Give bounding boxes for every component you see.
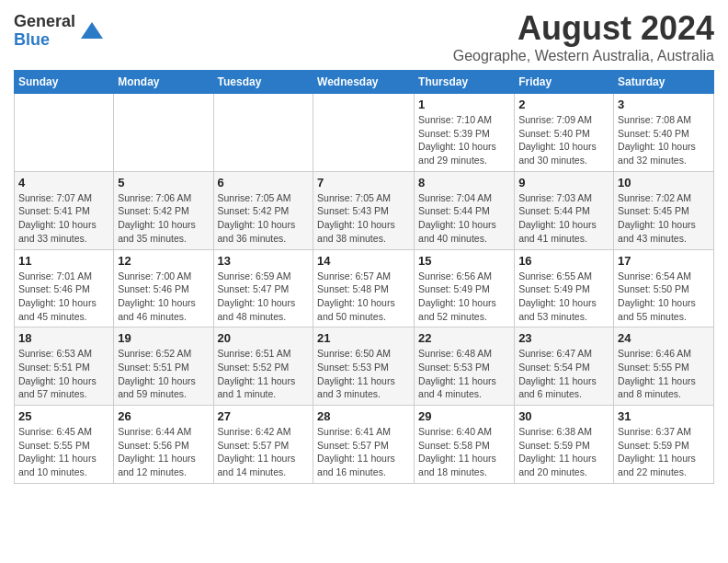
header-day-friday: Friday [515, 71, 614, 94]
day-number: 31 [618, 409, 710, 423]
day-info: Sunrise: 6:51 AM Sunset: 5:52 PM Dayligh… [218, 347, 310, 401]
day-info: Sunrise: 6:48 AM Sunset: 5:53 PM Dayligh… [418, 347, 510, 401]
calendar-cell: 21Sunrise: 6:50 AM Sunset: 5:53 PM Dayli… [313, 327, 415, 406]
day-number: 24 [618, 331, 710, 345]
calendar-cell [313, 94, 415, 172]
day-number: 17 [618, 254, 710, 268]
calendar-cell [213, 94, 313, 172]
title-section: August 2024 Geographe, Western Australia… [453, 9, 714, 64]
day-number: 29 [418, 409, 510, 423]
calendar-cell: 25Sunrise: 6:45 AM Sunset: 5:55 PM Dayli… [15, 406, 114, 484]
day-info: Sunrise: 6:52 AM Sunset: 5:51 PM Dayligh… [118, 347, 209, 401]
day-info: Sunrise: 7:08 AM Sunset: 5:40 PM Dayligh… [618, 113, 710, 167]
day-number: 27 [218, 409, 310, 423]
calendar-cell: 18Sunrise: 6:53 AM Sunset: 5:51 PM Dayli… [15, 327, 114, 406]
calendar-cell: 13Sunrise: 6:59 AM Sunset: 5:47 PM Dayli… [213, 249, 313, 327]
calendar-cell: 10Sunrise: 7:02 AM Sunset: 5:45 PM Dayli… [614, 171, 714, 249]
day-number: 25 [18, 409, 109, 423]
day-info: Sunrise: 7:01 AM Sunset: 5:46 PM Dayligh… [18, 270, 109, 324]
day-number: 13 [218, 254, 310, 268]
day-number: 2 [518, 98, 609, 111]
week-row-5: 25Sunrise: 6:45 AM Sunset: 5:55 PM Dayli… [15, 406, 714, 484]
day-info: Sunrise: 6:57 AM Sunset: 5:48 PM Dayligh… [317, 270, 410, 324]
calendar-cell: 14Sunrise: 6:57 AM Sunset: 5:48 PM Dayli… [313, 249, 415, 327]
week-row-3: 11Sunrise: 7:01 AM Sunset: 5:46 PM Dayli… [15, 249, 714, 327]
logo-blue-text: Blue [14, 31, 75, 50]
day-info: Sunrise: 6:54 AM Sunset: 5:50 PM Dayligh… [618, 270, 710, 324]
day-info: Sunrise: 6:37 AM Sunset: 5:59 PM Dayligh… [618, 425, 710, 479]
day-info: Sunrise: 6:42 AM Sunset: 5:57 PM Dayligh… [218, 425, 310, 479]
calendar-cell: 23Sunrise: 6:47 AM Sunset: 5:54 PM Dayli… [515, 327, 614, 406]
day-info: Sunrise: 6:50 AM Sunset: 5:53 PM Dayligh… [317, 347, 410, 401]
day-info: Sunrise: 6:41 AM Sunset: 5:57 PM Dayligh… [317, 425, 410, 479]
day-info: Sunrise: 6:45 AM Sunset: 5:55 PM Dayligh… [18, 425, 109, 479]
day-info: Sunrise: 6:46 AM Sunset: 5:55 PM Dayligh… [618, 347, 710, 401]
header-day-thursday: Thursday [415, 71, 515, 94]
day-number: 20 [218, 331, 310, 345]
day-number: 8 [418, 176, 510, 190]
day-info: Sunrise: 7:10 AM Sunset: 5:39 PM Dayligh… [418, 113, 510, 167]
day-info: Sunrise: 6:38 AM Sunset: 5:59 PM Dayligh… [518, 425, 609, 479]
calendar-cell: 7Sunrise: 7:05 AM Sunset: 5:43 PM Daylig… [313, 171, 415, 249]
calendar-cell: 11Sunrise: 7:01 AM Sunset: 5:46 PM Dayli… [15, 249, 114, 327]
day-info: Sunrise: 6:55 AM Sunset: 5:49 PM Dayligh… [518, 270, 609, 324]
day-number: 16 [518, 254, 609, 268]
day-info: Sunrise: 6:44 AM Sunset: 5:56 PM Dayligh… [118, 425, 209, 479]
day-number: 3 [618, 98, 710, 111]
day-number: 9 [518, 176, 609, 190]
calendar-cell: 22Sunrise: 6:48 AM Sunset: 5:53 PM Dayli… [415, 327, 515, 406]
day-info: Sunrise: 7:06 AM Sunset: 5:42 PM Dayligh… [118, 191, 209, 246]
calendar-cell: 16Sunrise: 6:55 AM Sunset: 5:49 PM Dayli… [515, 249, 614, 327]
week-row-4: 18Sunrise: 6:53 AM Sunset: 5:51 PM Dayli… [15, 327, 714, 406]
calendar-cell: 4Sunrise: 7:07 AM Sunset: 5:41 PM Daylig… [15, 171, 114, 249]
day-info: Sunrise: 7:03 AM Sunset: 5:44 PM Dayligh… [518, 191, 609, 246]
day-info: Sunrise: 7:04 AM Sunset: 5:44 PM Dayligh… [418, 191, 510, 246]
day-info: Sunrise: 6:59 AM Sunset: 5:47 PM Dayligh… [218, 270, 310, 324]
day-number: 18 [18, 331, 109, 345]
day-number: 10 [618, 176, 710, 190]
day-number: 21 [317, 331, 410, 345]
day-number: 23 [518, 331, 609, 345]
calendar-cell: 8Sunrise: 7:04 AM Sunset: 5:44 PM Daylig… [415, 171, 515, 249]
header-row: SundayMondayTuesdayWednesdayThursdayFrid… [15, 71, 714, 94]
calendar-cell [15, 94, 114, 172]
subtitle: Geographe, Western Australia, Australia [453, 48, 714, 64]
calendar-cell: 28Sunrise: 6:41 AM Sunset: 5:57 PM Dayli… [313, 406, 415, 484]
day-number: 11 [18, 254, 109, 268]
day-number: 22 [418, 331, 510, 345]
header-day-monday: Monday [114, 71, 213, 94]
day-info: Sunrise: 6:53 AM Sunset: 5:51 PM Dayligh… [18, 347, 109, 401]
calendar-cell: 12Sunrise: 7:00 AM Sunset: 5:46 PM Dayli… [114, 249, 213, 327]
calendar-cell: 15Sunrise: 6:56 AM Sunset: 5:49 PM Dayli… [415, 249, 515, 327]
calendar-cell: 27Sunrise: 6:42 AM Sunset: 5:57 PM Dayli… [213, 406, 313, 484]
header-day-wednesday: Wednesday [313, 71, 415, 94]
calendar-cell: 26Sunrise: 6:44 AM Sunset: 5:56 PM Dayli… [114, 406, 213, 484]
calendar-cell: 5Sunrise: 7:06 AM Sunset: 5:42 PM Daylig… [114, 171, 213, 249]
header-day-sunday: Sunday [15, 71, 114, 94]
svg-marker-0 [81, 22, 103, 39]
day-info: Sunrise: 7:02 AM Sunset: 5:45 PM Dayligh… [618, 191, 710, 246]
day-number: 28 [317, 409, 410, 423]
calendar-cell: 31Sunrise: 6:37 AM Sunset: 5:59 PM Dayli… [614, 406, 714, 484]
day-info: Sunrise: 7:07 AM Sunset: 5:41 PM Dayligh… [18, 191, 109, 246]
day-info: Sunrise: 7:05 AM Sunset: 5:43 PM Dayligh… [317, 191, 410, 246]
day-number: 30 [518, 409, 609, 423]
calendar-cell: 24Sunrise: 6:46 AM Sunset: 5:55 PM Dayli… [614, 327, 714, 406]
calendar-cell: 29Sunrise: 6:40 AM Sunset: 5:58 PM Dayli… [415, 406, 515, 484]
header-day-saturday: Saturday [614, 71, 714, 94]
calendar-cell: 19Sunrise: 6:52 AM Sunset: 5:51 PM Dayli… [114, 327, 213, 406]
calendar-cell: 17Sunrise: 6:54 AM Sunset: 5:50 PM Dayli… [614, 249, 714, 327]
day-number: 5 [118, 176, 209, 190]
day-info: Sunrise: 7:09 AM Sunset: 5:40 PM Dayligh… [518, 113, 609, 167]
day-number: 7 [317, 176, 410, 190]
day-info: Sunrise: 6:56 AM Sunset: 5:49 PM Dayligh… [418, 270, 510, 324]
calendar-cell: 3Sunrise: 7:08 AM Sunset: 5:40 PM Daylig… [614, 94, 714, 172]
main-title: August 2024 [453, 9, 714, 48]
header-day-tuesday: Tuesday [213, 71, 313, 94]
day-info: Sunrise: 7:05 AM Sunset: 5:42 PM Dayligh… [218, 191, 310, 246]
day-info: Sunrise: 6:40 AM Sunset: 5:58 PM Dayligh… [418, 425, 510, 479]
logo-general-text: General [14, 13, 75, 31]
calendar-cell: 20Sunrise: 6:51 AM Sunset: 5:52 PM Dayli… [213, 327, 313, 406]
day-number: 19 [118, 331, 209, 345]
calendar-table: SundayMondayTuesdayWednesdayThursdayFrid… [14, 70, 714, 484]
